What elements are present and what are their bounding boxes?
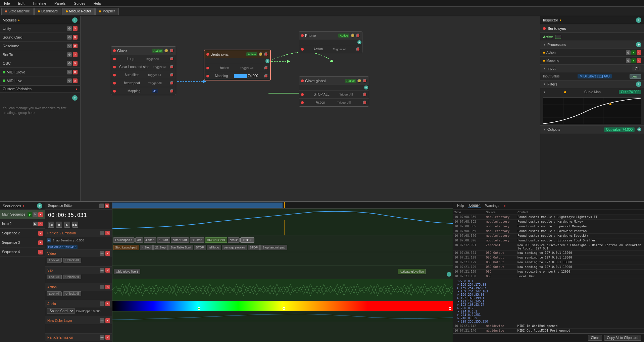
snap-toggle[interactable]: ● (47, 238, 51, 242)
track-audio-close-btn[interactable]: ✕ (105, 301, 110, 306)
node-phone-add-btn[interactable]: + (357, 40, 361, 44)
track-sax-unlock-btn[interactable]: Unlock All (63, 275, 81, 279)
track-audio-device-select[interactable]: Sound Card (47, 308, 75, 314)
seq-main-play-btn[interactable]: ▶ (28, 212, 32, 217)
node-glove-global-close-btn[interactable] (363, 79, 367, 83)
track-particle-emission-close-btn[interactable]: ✕ (105, 335, 110, 340)
tab-module-router[interactable]: Module Router (62, 8, 95, 15)
btn-stop-launchpad[interactable]: Stop Launchpad (113, 245, 139, 250)
track-video-min-btn[interactable]: — (100, 251, 104, 256)
node-bento-add-btn[interactable]: + (265, 59, 269, 63)
menu-panels[interactable]: Panels (53, 1, 67, 6)
modules-add-button[interactable]: + (72, 17, 78, 23)
btn-21stop[interactable]: 21 Stop (153, 245, 168, 250)
seq-editor-min-btn[interactable]: — (99, 204, 104, 208)
processor-mapping-active-btn[interactable]: ● (631, 58, 636, 63)
btn-dell-logo-particles[interactable]: Dell logo particles (222, 245, 247, 250)
btn-stop-laubnchpad[interactable]: Stop laubnchpad (260, 245, 287, 250)
seq-seq3-close-btn[interactable]: ✕ (38, 240, 43, 245)
module-btn-bento-settings[interactable]: ⚙ (67, 52, 72, 57)
inspector-processors-header[interactable]: ▼ Processors + (540, 41, 644, 48)
track-video-close-btn[interactable]: ✕ (105, 251, 110, 256)
btn-table-glove-live[interactable]: table glove live 1 (114, 269, 140, 274)
seq-editor-close-btn[interactable]: ✕ (105, 204, 109, 208)
btn-4stop[interactable]: 4 Stop (140, 245, 153, 250)
track-action-close-btn[interactable]: ✕ (105, 285, 110, 289)
module-btn-soundcard-close[interactable]: ✕ (73, 35, 78, 40)
node-bento-mapping-btn[interactable] (264, 74, 268, 78)
btn-circuit[interactable]: circuit (228, 237, 240, 243)
node-glove-global[interactable]: Glove global Active + STOP ALL Trigger A… (299, 76, 369, 107)
module-btn-resolume-settings[interactable]: ⚙ (67, 44, 72, 48)
seq-main-edit-btn[interactable]: ✎ (33, 212, 38, 217)
track-sax-lock-btn[interactable]: Lock All (47, 275, 62, 279)
inspector-input-header[interactable]: ▼ Input 74 (540, 65, 644, 72)
seq-seq4-close-btn[interactable]: ✕ (38, 250, 43, 254)
processors-add-btn[interactable]: + (636, 42, 641, 47)
module-btn-osc-settings[interactable]: ⚙ (67, 61, 72, 66)
seq-seq2-close-btn[interactable]: ✕ (38, 231, 43, 236)
node-glove-global-min-btn[interactable] (357, 79, 361, 83)
timeline-area[interactable]: Launchpad 1 art 4 Start 1 Start enter St… (112, 202, 453, 342)
track-sax-close-btn[interactable]: ✕ (105, 268, 110, 273)
track-particle-emission-min-btn[interactable]: — (100, 335, 104, 340)
seq-main-close-btn[interactable]: ✕ (38, 212, 43, 217)
menu-edit[interactable]: Edit (17, 1, 26, 6)
inspector-outputs-header[interactable]: ▼ Outputs Out value: 74.000 + (540, 126, 644, 133)
seq-intro2-play-btn[interactable]: ▶ (33, 222, 38, 226)
transport-rewind-btn[interactable]: |◀ (48, 222, 54, 228)
node-glove-global-add-btn[interactable]: + (364, 86, 368, 90)
tab-dashboard[interactable]: Dashboard (34, 8, 61, 15)
processor-action-active-btn[interactable]: ● (631, 50, 636, 55)
inspector-add-btn[interactable]: + (636, 17, 641, 23)
node-glove-beatrepeat-btn[interactable] (170, 81, 174, 85)
node-bento-min-btn[interactable] (259, 52, 263, 56)
timeline-add-track-btn[interactable]: + (447, 272, 451, 277)
module-btn-midi-glove-close[interactable]: ✕ (73, 70, 78, 74)
node-glove-clear-btn[interactable] (170, 65, 174, 69)
menu-guides[interactable]: Guides (72, 1, 87, 6)
btn-stop2[interactable]: STOP (194, 245, 206, 250)
track-particle2-min-btn[interactable]: — (100, 231, 104, 235)
track-sax-min-btn[interactable]: — (100, 268, 104, 273)
processor-action-close-btn[interactable]: ✕ (637, 50, 641, 55)
btn-star-table-start[interactable]: Star Table Start (168, 245, 193, 250)
module-btn-bento-close[interactable]: ✕ (73, 52, 78, 57)
inspector-learn-button[interactable]: Learn (630, 74, 641, 79)
node-bento-close-btn[interactable] (264, 52, 268, 56)
seq-item-main[interactable]: Main Sequence ▶ ✎ ✕ (0, 210, 45, 219)
module-btn-soundcard-settings[interactable]: ⚙ (67, 35, 72, 40)
tab-state-machine[interactable]: State Machine (1, 8, 34, 15)
node-phone-min-btn[interactable] (351, 34, 355, 38)
btn-art[interactable]: art (135, 237, 143, 243)
color-bar-dot-1[interactable] (198, 307, 200, 310)
menu-timeline[interactable]: Timeline (31, 1, 48, 6)
track-color-min-btn[interactable]: — (100, 318, 104, 323)
node-glove-global-stopall-btn[interactable] (363, 93, 367, 97)
node-phone-action-btn[interactable] (356, 47, 360, 51)
node-glove-mapping-btn[interactable] (170, 89, 174, 93)
btn-launchpad1[interactable]: Launchpad 1 (113, 237, 135, 243)
transport-stop-btn[interactable]: ■ (56, 222, 62, 228)
track-action-unlock-btn[interactable]: Unlock All (63, 291, 81, 296)
node-glove-loop-btn[interactable] (170, 57, 174, 61)
btn-3g-start[interactable]: 3G start (190, 237, 204, 243)
color-bar-dot-2[interactable] (283, 307, 285, 310)
seq-item-seq2[interactable]: Sequence 2 ✕ (0, 229, 45, 238)
processor-mapping-close-btn[interactable]: ✕ (637, 58, 641, 63)
btn-enter-start[interactable]: enter Start (171, 237, 189, 243)
node-glove-close-btn[interactable] (170, 49, 174, 53)
module-btn-osc-close[interactable]: ✕ (73, 61, 78, 66)
track-action-min-btn[interactable]: — (100, 285, 104, 289)
sequences-add-btn[interactable]: + (37, 203, 42, 209)
btn-1start[interactable]: 1 Start (157, 237, 170, 243)
seq-item-seq4[interactable]: Sequence 4 ✕ (0, 247, 45, 257)
inspector-active-toggle[interactable] (555, 35, 561, 39)
node-glove-min-btn[interactable] (164, 49, 168, 53)
logger-tab-warnings[interactable]: Warnings (484, 204, 501, 208)
module-btn-resolume-close[interactable]: ✕ (73, 44, 78, 48)
node-phone-close-btn[interactable] (356, 34, 360, 38)
node-glove-autofilter-btn[interactable] (170, 73, 174, 77)
node-glove-global-action-btn[interactable] (363, 101, 367, 105)
btn-stop-video[interactable]: STOP (240, 237, 254, 243)
